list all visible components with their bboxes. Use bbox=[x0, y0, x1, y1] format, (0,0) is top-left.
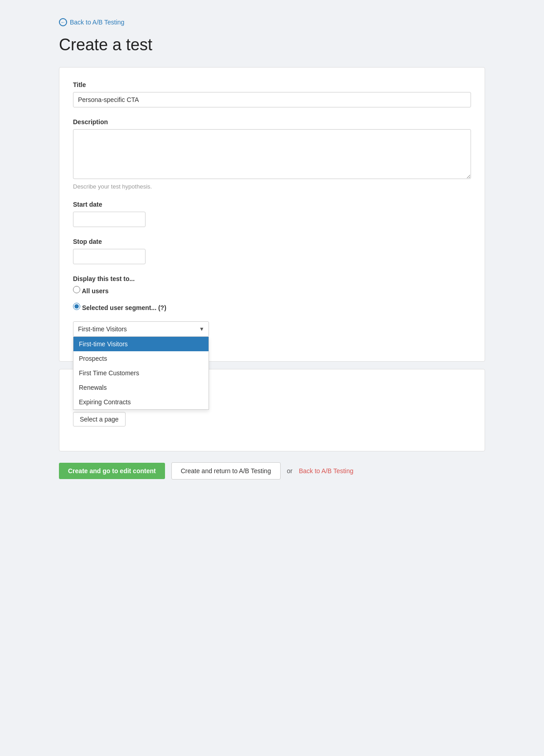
display-radio-group: All users Selected user segment... (?) bbox=[73, 286, 471, 315]
radio-all-users[interactable]: All users bbox=[73, 286, 471, 295]
description-textarea[interactable] bbox=[73, 129, 471, 179]
start-date-group: Start date bbox=[73, 201, 471, 227]
start-date-label: Start date bbox=[73, 201, 471, 208]
dropdown-item-expiring-contracts[interactable]: Expiring Contracts bbox=[73, 395, 209, 409]
radio-selected-segment[interactable]: Selected user segment... (?) bbox=[73, 303, 471, 311]
back-arrow-icon: ← bbox=[59, 18, 67, 26]
dropdown-item-first-time-customers[interactable]: First Time Customers bbox=[73, 366, 209, 380]
title-group: Title bbox=[73, 81, 471, 107]
page-title: Create a test bbox=[59, 35, 485, 54]
description-group: Description Describe your test hypothesi… bbox=[73, 118, 471, 190]
create-edit-button[interactable]: Create and go to edit content bbox=[59, 463, 165, 479]
or-separator: or bbox=[287, 467, 292, 475]
back-link-label: Back to A/B Testing bbox=[70, 19, 124, 26]
stop-date-group: Stop date bbox=[73, 238, 471, 264]
stop-date-input[interactable] bbox=[73, 249, 146, 264]
footer-actions: Create and go to edit content Create and… bbox=[59, 462, 485, 480]
dropdown-item-prospects[interactable]: Prospects bbox=[73, 351, 209, 366]
back-to-ab-testing-link[interactable]: ← Back to A/B Testing bbox=[59, 18, 485, 26]
description-label: Description bbox=[73, 118, 471, 126]
create-return-button[interactable]: Create and return to A/B Testing bbox=[171, 462, 281, 480]
display-label: Display this test to... bbox=[73, 275, 471, 282]
segment-dropdown-wrapper: First-time Visitors Prospects First Time… bbox=[73, 321, 209, 337]
dropdown-item-renewals[interactable]: Renewals bbox=[73, 380, 209, 395]
title-label: Title bbox=[73, 81, 471, 88]
main-form-card: Title Description Describe your test hyp… bbox=[59, 67, 485, 362]
footer-back-link[interactable]: Back to A/B Testing bbox=[299, 467, 353, 475]
description-hint: Describe your test hypothesis. bbox=[73, 183, 471, 190]
radio-selected-segment-label: Selected user segment... (?) bbox=[82, 304, 166, 311]
dropdown-item-first-time-visitors[interactable]: First-time Visitors bbox=[73, 337, 209, 351]
radio-all-users-input[interactable] bbox=[73, 286, 80, 293]
start-date-input[interactable] bbox=[73, 212, 146, 227]
segment-dropdown-list: First-time Visitors Prospects First Time… bbox=[73, 337, 209, 410]
stop-date-label: Stop date bbox=[73, 238, 471, 245]
select-page-button[interactable]: Select a page bbox=[73, 412, 126, 426]
title-input[interactable] bbox=[73, 92, 471, 107]
display-test-group: Display this test to... All users Select… bbox=[73, 275, 471, 337]
radio-all-users-label: All users bbox=[82, 287, 108, 295]
radio-selected-segment-input[interactable] bbox=[73, 303, 80, 310]
segment-dropdown[interactable]: First-time Visitors Prospects First Time… bbox=[73, 321, 209, 337]
